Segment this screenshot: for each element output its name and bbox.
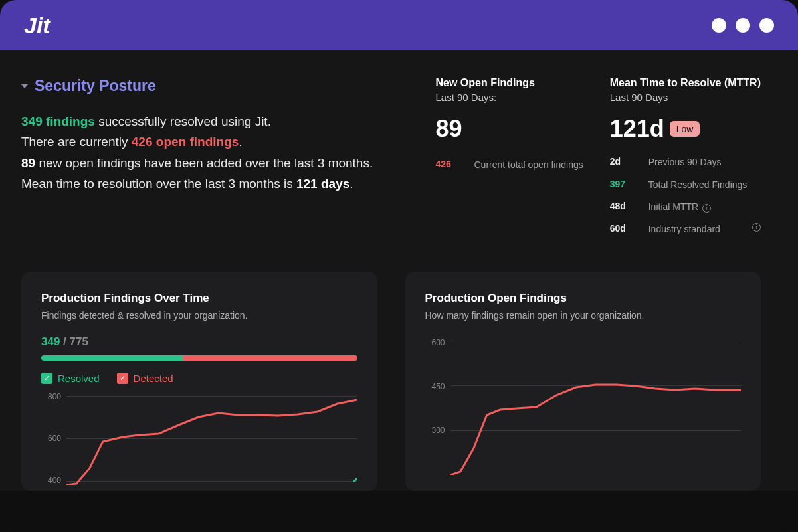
chart-plot-area: 800 600 400	[41, 392, 357, 485]
metric-value: 121d	[610, 115, 664, 143]
chart-subtitle: How many findings remain open in your or…	[425, 310, 742, 321]
checkbox-icon: ✓	[117, 373, 128, 384]
open-findings-card: Production Open Findings How many findin…	[405, 272, 761, 491]
y-tick: 300	[425, 426, 445, 435]
y-tick: 600	[41, 434, 61, 443]
app-header: Jit	[0, 0, 798, 50]
metric-subtitle: Last 90 Days:	[435, 92, 583, 103]
security-posture-section: Security Posture 349 findings successful…	[21, 77, 409, 245]
info-icon[interactable]: i	[702, 204, 711, 213]
mttr-value: 121 days	[296, 177, 349, 191]
window-dot[interactable]	[736, 18, 750, 33]
metric-desc: Total Resolved Findings	[648, 179, 748, 192]
info-icon[interactable]: i	[752, 223, 761, 232]
metric-desc: Current total open findings	[474, 159, 583, 172]
posture-summary: 349 findings successfully resolved using…	[21, 111, 409, 194]
progress-detected	[183, 355, 357, 361]
metric-title: Mean Time to Resolve (MTTR)	[610, 77, 761, 89]
line-chart	[66, 392, 357, 485]
chart-title: Production Open Findings	[425, 292, 742, 305]
open-count: 426 open findings	[132, 135, 239, 149]
metric-key: 48d	[610, 201, 635, 211]
window-dot[interactable]	[712, 18, 726, 33]
chart-plot-area: 600 450 300	[425, 335, 742, 475]
chart-subtitle: Findings detected & resolved in your org…	[41, 310, 357, 321]
metric-desc: Previous 90 Days	[648, 156, 722, 169]
y-tick: 450	[425, 382, 445, 391]
window-dot[interactable]	[759, 18, 774, 33]
metric-subtitle: Last 90 Days	[610, 92, 761, 103]
new-count: 89	[21, 156, 35, 170]
findings-over-time-card: Production Findings Over Time Findings d…	[21, 272, 377, 491]
resolved-count: 349 findings	[21, 114, 95, 128]
ratio-display: 349 / 775	[41, 335, 357, 349]
status-badge: Low	[670, 121, 700, 137]
mttr-metric: Mean Time to Resolve (MTTR) Last 90 Days…	[610, 77, 761, 245]
window-controls	[712, 18, 774, 33]
y-tick: 400	[41, 476, 61, 485]
metric-key: 397	[610, 179, 635, 189]
metric-value: 89	[435, 115, 583, 143]
metric-desc: Initial MTTRi	[648, 201, 711, 214]
line-chart	[450, 335, 742, 475]
metric-title: New Open Findings	[435, 77, 583, 89]
y-tick: 800	[41, 392, 61, 401]
chart-title: Production Findings Over Time	[41, 292, 357, 305]
legend-resolved[interactable]: ✓ Resolved	[41, 373, 100, 384]
metric-key: 426	[435, 159, 460, 169]
metric-key: 60d	[610, 223, 635, 234]
caret-down-icon	[21, 84, 28, 88]
legend-detected[interactable]: ✓ Detected	[117, 373, 173, 384]
y-tick: 600	[425, 338, 445, 347]
section-title: Security Posture	[35, 77, 156, 95]
chart-legend: ✓ Resolved ✓ Detected	[41, 373, 357, 384]
new-findings-metric: New Open Findings Last 90 Days: 89 426 C…	[435, 77, 583, 245]
metric-desc: Industry standard	[648, 223, 735, 236]
metric-key: 2d	[610, 156, 635, 167]
section-header[interactable]: Security Posture	[21, 77, 409, 95]
checkbox-icon: ✓	[41, 373, 52, 384]
progress-resolved	[41, 355, 183, 361]
logo: Jit	[24, 13, 50, 39]
progress-bar	[41, 355, 357, 361]
